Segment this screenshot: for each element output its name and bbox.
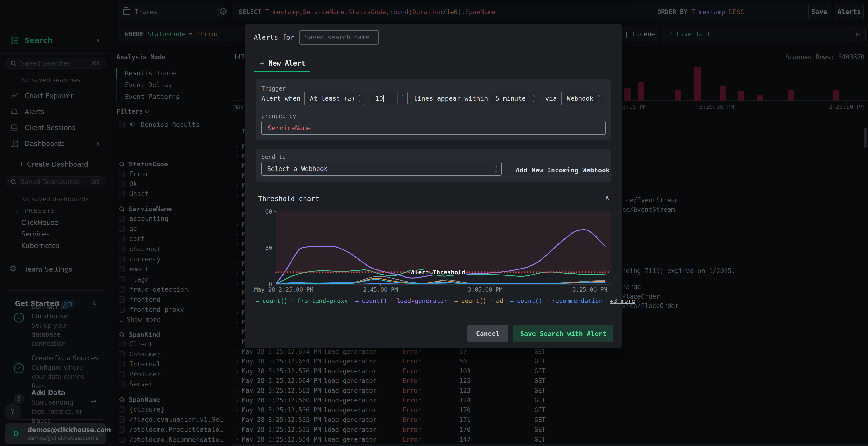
cancel-button[interactable]: Cancel xyxy=(467,325,508,342)
time-window-value: 5 minute xyxy=(495,95,526,102)
channel-select[interactable]: Webhook ⌃⌄ xyxy=(561,92,604,105)
footer-divider xyxy=(245,316,622,316)
webhook-select[interactable]: Select a Webhook ⌃⌄ xyxy=(261,162,501,176)
trigger-section: Trigger Alert when At least (≥) ⌃⌄ 10 ⌃⌄… xyxy=(256,79,611,140)
chevron-updown-icon: ⌃⌄ xyxy=(495,166,497,172)
svg-text:May 28 2:25:00 PM: May 28 2:25:00 PM xyxy=(254,286,313,293)
svg-text:30: 30 xyxy=(265,245,272,251)
threshold-chart-title: Threshold chart xyxy=(258,195,319,203)
svg-text:60: 60 xyxy=(265,208,272,215)
grouped-by-label: grouped by xyxy=(261,113,296,119)
text-cursor xyxy=(383,95,384,102)
save-search-with-alert-button[interactable]: Save Search with Alert xyxy=(513,325,613,342)
send-to-section: Send to Select a Webhook ⌃⌄ Add New Inco… xyxy=(256,149,611,182)
modal-title: Alerts for xyxy=(254,33,294,41)
svg-text:3:25:00 PM: 3:25:00 PM xyxy=(572,286,607,293)
grouped-by-value: ServiceName xyxy=(268,124,311,132)
chevron-updown-icon: ⌃⌄ xyxy=(532,95,535,102)
number-stepper[interactable]: ⌃⌄ xyxy=(397,92,407,105)
time-window-select[interactable]: 5 minute ⌃⌄ xyxy=(490,92,539,105)
chevron-updown-icon: ⌃⌄ xyxy=(597,95,600,102)
legend-item[interactable]: —count()·ad xyxy=(455,298,503,304)
chevron-updown-icon: ⌃⌄ xyxy=(358,95,361,102)
svg-text:3:05:00 PM: 3:05:00 PM xyxy=(468,286,503,293)
legend-item[interactable]: —count()·load-generator xyxy=(355,298,447,304)
trigger-label: Trigger xyxy=(261,85,286,92)
via-label: via xyxy=(545,95,557,102)
threshold-count-input[interactable]: 10 ⌃⌄ xyxy=(370,92,408,105)
legend-more-link[interactable]: +3 more xyxy=(610,298,635,304)
tab-new-alert[interactable]: + New Alert xyxy=(260,59,305,67)
send-to-label: Send to xyxy=(261,153,286,160)
legend-item[interactable]: —count()·recommendation xyxy=(510,298,602,304)
create-alert-modal: Alerts for + New Alert Trigger Alert whe… xyxy=(245,24,622,348)
collapse-chevron-icon[interactable]: ∧ xyxy=(605,194,609,202)
alert-threshold-label: Alert Threshold xyxy=(411,269,465,276)
webhook-select-value: Select a Webhook xyxy=(267,165,328,172)
condition-select[interactable]: At least (≥) ⌃⌄ xyxy=(304,92,365,105)
tab-divider xyxy=(254,72,613,72)
legend-item[interactable]: —count()·frontend-proxy xyxy=(256,298,348,304)
alert-when-label: Alert when xyxy=(261,95,301,102)
svg-text:2:45:00 PM: 2:45:00 PM xyxy=(363,286,398,293)
plus-icon: + xyxy=(260,59,264,67)
hyperdx-app: ⚡ HyperDX Traces ⌃⌄ ⚙ SELECT Timestamp,S… xyxy=(0,0,868,446)
condition-select-value: At least (≥) xyxy=(310,95,355,102)
chart-legend: —count()·frontend-proxy—count()·load-gen… xyxy=(256,298,635,304)
grouped-by-input[interactable]: ServiceName xyxy=(261,121,606,135)
threshold-count-value: 10 xyxy=(375,95,383,102)
add-webhook-button[interactable]: Add New Incoming Webhook xyxy=(516,166,610,174)
saved-search-name-input[interactable] xyxy=(299,30,379,44)
new-alert-tab-label: New Alert xyxy=(269,59,305,67)
lines-within-label: lines appear within xyxy=(413,95,488,102)
channel-select-value: Webhook xyxy=(567,95,593,102)
